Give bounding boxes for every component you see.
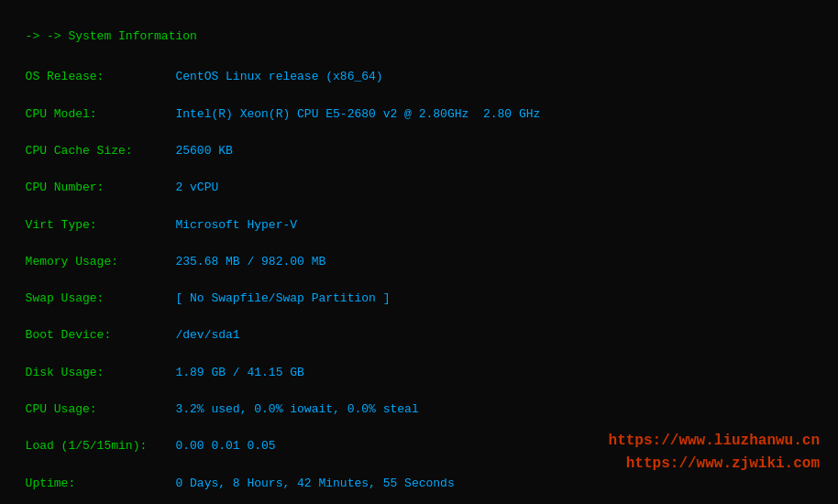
- cpu-number-row: CPU Number: 2 vCPU: [11, 160, 827, 197]
- kernel-version-row: Kernel Version: 3.10.0-1062.4.3.el7.x86_…: [11, 493, 827, 504]
- boot-device-row: Boot Device: /dev/sda1: [11, 308, 827, 345]
- os-release-row: OS Release: CentOS Linux release (x86_64…: [11, 49, 827, 86]
- system-info-header: -> -> System Information: [11, 9, 827, 46]
- cpu-usage-row: CPU Usage: 3.2% used, 0.0% iowait, 0.0% …: [11, 382, 827, 419]
- cpu-cache-row: CPU Cache Size: 25600 KB: [11, 124, 827, 160]
- swap-usage-row: Swap Usage: [ No Swapfile/Swap Partition…: [11, 271, 827, 308]
- arrow-icon: ->: [26, 29, 47, 43]
- memory-usage-row: Memory Usage: 235.68 MB / 982.00 MB: [11, 235, 827, 271]
- watermark-line2: https://www.zjwiki.com: [609, 453, 820, 477]
- watermark-line1: https://www.liuzhanwu.cn: [609, 430, 820, 454]
- disk-usage-row: Disk Usage: 1.89 GB / 41.15 GB: [11, 345, 827, 382]
- cpu-model-row: CPU Model: Intel(R) Xeon(R) CPU E5-2680 …: [11, 87, 827, 124]
- virt-type-row: Virt Type: Microsoft Hyper-V: [11, 197, 827, 234]
- watermark: https://www.liuzhanwu.cn https://www.zjw…: [609, 430, 820, 477]
